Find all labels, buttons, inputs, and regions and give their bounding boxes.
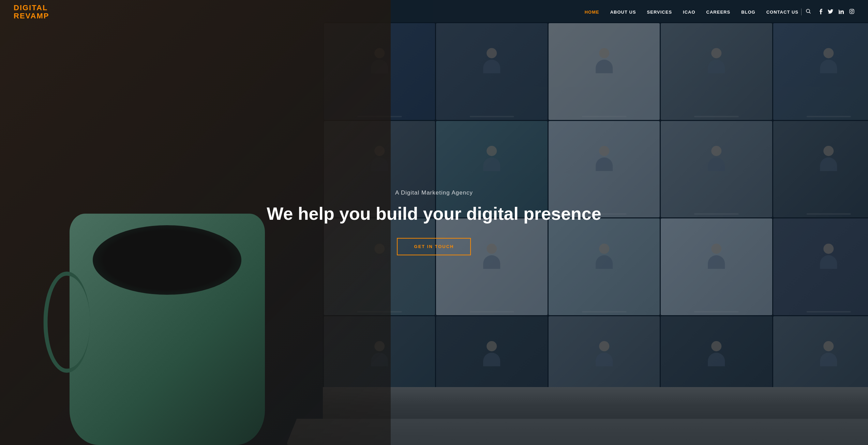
nav-item-services[interactable]: SERVICES bbox=[647, 9, 672, 15]
nav-link-contact[interactable]: CONTACT US bbox=[766, 10, 798, 15]
svg-line-1 bbox=[809, 12, 811, 14]
hero-section: DIGITAL REVAMP HOME ABOUT US SERVICES IC… bbox=[0, 0, 868, 445]
hero-title: We help you build your digital presence bbox=[174, 203, 694, 224]
search-icon[interactable] bbox=[806, 9, 811, 15]
logo-line2: REVAMP bbox=[14, 12, 49, 20]
nav-divider bbox=[801, 9, 802, 15]
nav-link-careers[interactable]: CAREERS bbox=[706, 10, 731, 15]
nav-item-icao[interactable]: ICAO bbox=[683, 9, 695, 15]
nav-link-services[interactable]: SERVICES bbox=[647, 10, 672, 15]
nav-item-home[interactable]: HOME bbox=[585, 9, 599, 15]
nav-link-icao[interactable]: ICAO bbox=[683, 10, 695, 15]
svg-point-3 bbox=[851, 11, 853, 13]
nav-item-blog[interactable]: BLOG bbox=[741, 9, 755, 15]
logo[interactable]: DIGITAL REVAMP bbox=[14, 4, 49, 20]
logo-line1: DIGITAL bbox=[14, 4, 49, 12]
nav-item-about[interactable]: ABOUT US bbox=[610, 9, 636, 15]
navigation: DIGITAL REVAMP HOME ABOUT US SERVICES IC… bbox=[0, 0, 868, 24]
facebook-icon[interactable] bbox=[819, 9, 822, 15]
hero-subtitle: A Digital Marketing Agency bbox=[174, 189, 694, 196]
social-icons bbox=[819, 9, 854, 15]
nav-link-about[interactable]: ABOUT US bbox=[610, 10, 636, 15]
nav-item-contact[interactable]: CONTACT US bbox=[766, 9, 798, 15]
linkedin-icon[interactable] bbox=[839, 9, 844, 15]
nav-links: HOME ABOUT US SERVICES ICAO CAREERS BLOG… bbox=[585, 9, 798, 15]
nav-item-careers[interactable]: CAREERS bbox=[706, 9, 731, 15]
nav-link-home[interactable]: HOME bbox=[585, 10, 599, 15]
twitter-icon[interactable] bbox=[828, 9, 833, 15]
cta-button[interactable]: GET IN TOUCH bbox=[397, 238, 471, 256]
nav-link-blog[interactable]: BLOG bbox=[741, 10, 755, 15]
instagram-icon[interactable] bbox=[849, 9, 854, 15]
svg-point-4 bbox=[853, 10, 854, 11]
hero-content: A Digital Marketing Agency We help you b… bbox=[174, 189, 694, 255]
